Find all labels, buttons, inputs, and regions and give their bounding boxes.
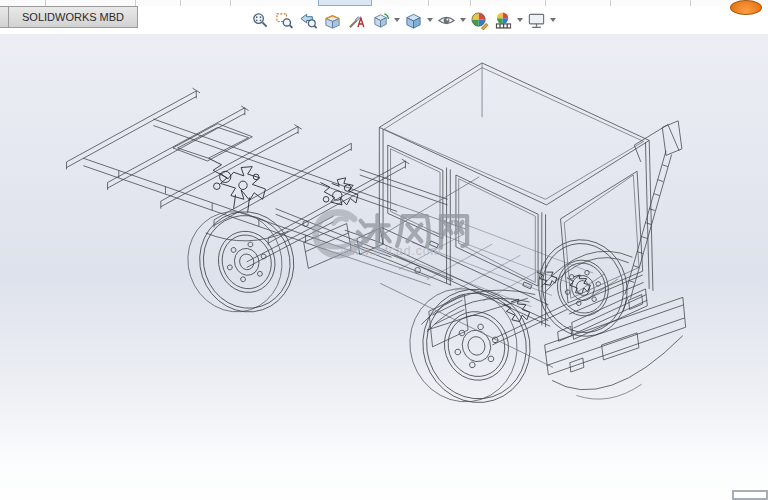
- apply-scene-button[interactable]: [491, 8, 515, 32]
- apply-scene-icon: [494, 11, 513, 30]
- view-orientation-dropdown[interactable]: [392, 8, 401, 32]
- watermark-cjk-glyphs: [358, 215, 467, 248]
- display-style-dropdown[interactable]: [425, 8, 434, 32]
- chassis-frame: [66, 88, 593, 347]
- zoom-to-area-icon: [275, 11, 294, 30]
- tab-stub[interactable]: [0, 6, 8, 28]
- view-orientation-button[interactable]: [368, 8, 392, 32]
- toolbar-row: SOLIDWORKS MBD: [0, 6, 768, 35]
- dynamic-annotation-views-icon: [347, 11, 366, 30]
- graphics-viewport[interactable]: www.mfcad.com: [0, 34, 768, 500]
- zoom-to-fit-button[interactable]: [248, 8, 272, 32]
- display-style-button[interactable]: [401, 8, 425, 32]
- eye-icon: [437, 11, 456, 30]
- view-settings-button[interactable]: [524, 8, 548, 32]
- display-style-icon: [404, 11, 423, 30]
- monitor-icon: [527, 11, 546, 30]
- cutoff-orange-logo: [730, 0, 762, 15]
- hide-show-items-button[interactable]: [434, 8, 458, 32]
- edit-appearance-button[interactable]: [467, 8, 491, 32]
- previous-view-button[interactable]: [296, 8, 320, 32]
- truck-wireframe-model: www.mfcad.com: [0, 34, 768, 500]
- section-view-icon: [323, 11, 342, 30]
- heads-up-view-toolbar: [248, 7, 557, 33]
- previous-view-icon: [299, 11, 318, 30]
- zoom-to-fit-icon: [251, 11, 270, 30]
- cutoff-corner-box: [732, 490, 768, 500]
- rear-left-wheel: [175, 196, 307, 328]
- tab-solidworks-mbd[interactable]: SOLIDWORKS MBD: [8, 6, 138, 28]
- solidworks-window: SOLIDWORKS MBD: [0, 0, 768, 500]
- hide-show-items-dropdown[interactable]: [458, 8, 467, 32]
- edit-appearance-icon: [470, 11, 489, 30]
- zoom-to-area-button[interactable]: [272, 8, 296, 32]
- dynamic-annotation-views-button[interactable]: [344, 8, 368, 32]
- watermark-url: www.mfcad.com: [340, 244, 441, 258]
- apply-scene-dropdown[interactable]: [515, 8, 524, 32]
- front-left-wheel: [395, 271, 544, 420]
- wheels: [175, 196, 638, 420]
- tab-label: SOLIDWORKS MBD: [22, 11, 124, 23]
- view-settings-dropdown[interactable]: [548, 8, 557, 32]
- section-view-button[interactable]: [320, 8, 344, 32]
- view-orientation-icon: [371, 11, 390, 30]
